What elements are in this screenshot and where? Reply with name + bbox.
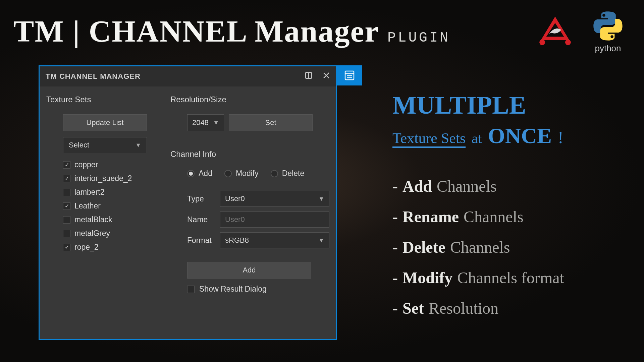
plugin-window: TM CHANNEL MANAGER Texture Sets Update L… [39,65,337,340]
texture-set-item[interactable]: lambert2 [63,185,160,199]
checkbox[interactable]: ✓ [63,161,70,169]
texture-set-item[interactable]: ✓Leather [63,199,160,213]
name-input[interactable] [220,212,329,228]
logo-row: python [535,10,624,54]
show-result-label: Show Result Dialog [199,285,267,294]
texture-set-label: metalBlack [74,215,112,224]
checkbox[interactable] [63,230,70,237]
dock-panel-button[interactable] [337,65,362,85]
texture-set-item[interactable]: ✓rope_2 [63,240,160,254]
resolution-heading: Resolution/Size [170,95,329,104]
feature-item: - Delete Channels [392,238,627,256]
texture-set-label: interior_suede_2 [74,174,132,183]
window-titlebar: TM CHANNEL MANAGER [40,66,336,86]
texture-set-item[interactable]: metalGrey [63,227,160,240]
texture-set-label: metalGrey [74,229,110,238]
radio-modify[interactable]: Modify [224,169,259,178]
checkbox[interactable]: ✓ [63,202,70,210]
svg-point-1 [565,40,571,45]
show-result-checkbox-row[interactable]: Show Result Dialog [187,285,329,294]
title-suffix: PLUGIN [387,30,450,46]
chevron-down-icon: ▼ [135,142,141,149]
close-icon[interactable] [323,72,330,81]
page-title: TM | CHANNEL Manager PLUGIN [13,13,450,49]
promo-ts: Texture Sets [392,130,466,147]
svg-point-0 [539,40,545,45]
layout-icon[interactable] [305,71,313,81]
chevron-down-icon: ▼ [318,237,324,244]
promo-once: ONCE [488,123,552,148]
promo-heading: MULTIPLE [392,90,627,120]
update-list-button[interactable]: Update List [63,114,147,131]
checkbox[interactable] [63,216,70,224]
radio-add[interactable]: Add [187,169,212,178]
set-button[interactable]: Set [229,114,313,131]
add-button[interactable]: Add [187,262,311,279]
texture-set-item[interactable]: metalBlack [63,213,160,227]
checkbox[interactable]: ✓ [63,244,70,251]
resolution-value: 2048 [192,118,209,127]
texture-set-item[interactable]: ✓interior_suede_2 [63,172,160,185]
show-result-checkbox[interactable] [187,286,195,293]
texture-set-label: Leather [74,201,101,210]
texture-set-label: copper [74,160,98,169]
chevron-down-icon: ▼ [213,119,219,126]
resolution-select[interactable]: 2048 ▼ [187,114,224,131]
python-label: python [595,43,621,54]
texture-set-label: rope_2 [74,243,99,252]
feature-item: - Add Channels [392,177,627,195]
type-label: Type [187,194,215,203]
python-logo-icon: python [592,10,624,54]
format-label: Format [187,236,215,245]
window-title: TM CHANNEL MANAGER [46,72,141,81]
channel-info-heading: Channel Info [170,149,329,159]
promo-text: MULTIPLE Texture Sets at ONCE ! - Add Ch… [392,90,627,329]
texture-sets-heading: Texture Sets [46,95,160,104]
feature-item: - Set Resolution [392,299,627,317]
chevron-down-icon: ▼ [318,195,324,202]
checkbox[interactable]: ✓ [63,175,70,182]
texture-set-label: lambert2 [74,188,104,197]
feature-item: - Modify Channels format [392,268,627,287]
feature-item: - Rename Channels [392,207,627,226]
promo-excl: ! [558,128,564,147]
radio-delete[interactable]: Delete [271,169,304,178]
title-main: TM | CHANNEL Manager [13,13,379,49]
promo-at: at [472,130,482,146]
name-label: Name [187,215,215,224]
checkbox[interactable] [63,189,70,196]
select-dropdown[interactable]: Select ▼ [63,137,147,153]
format-select[interactable]: sRGB8 ▼ [220,232,329,248]
type-select[interactable]: User0 ▼ [220,191,329,207]
texture-set-item[interactable]: ✓copper [63,158,160,172]
substance-logo-icon [535,12,575,52]
select-value: Select [69,141,89,149]
